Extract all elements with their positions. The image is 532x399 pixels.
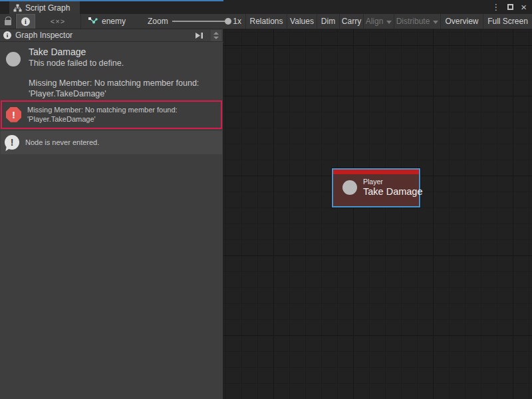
distribute-label: Distribute bbox=[396, 17, 430, 26]
error-message-text: Missing Member: No matching member found… bbox=[27, 105, 215, 124]
node-target-icon bbox=[342, 180, 357, 195]
relations-label: Relations bbox=[249, 17, 283, 26]
error-message-box: ! Missing Member: No matching member fou… bbox=[1, 100, 222, 129]
graph-name-label: enemy bbox=[102, 17, 126, 26]
title-bar: Script Graph ⋮ × bbox=[0, 0, 532, 14]
tab-script-graph[interactable]: Script Graph bbox=[9, 1, 80, 14]
scroll-up-icon[interactable] bbox=[213, 32, 219, 35]
node-error-header-strip bbox=[333, 170, 419, 174]
inspector-info-icon: i bbox=[3, 31, 11, 39]
zoom-value: 1x bbox=[233, 17, 241, 26]
edit-source-button[interactable]: <×> bbox=[35, 14, 81, 29]
node-type-label: Player bbox=[363, 178, 422, 186]
window-menu-icon[interactable]: ⋮ bbox=[491, 3, 500, 11]
info-icon: i bbox=[21, 17, 30, 26]
values-label: Values bbox=[290, 17, 314, 26]
graph-breadcrumb[interactable]: enemy bbox=[81, 14, 148, 29]
align-label: Align bbox=[366, 17, 384, 26]
full-screen-label: Full Screen bbox=[487, 17, 528, 26]
distribute-caret-icon bbox=[433, 21, 438, 24]
node-body: Player Take Damage bbox=[333, 174, 419, 201]
zoom-slider-handle[interactable] bbox=[225, 18, 231, 25]
graph-icon bbox=[88, 17, 98, 26]
node-title-label: Take Damage bbox=[363, 186, 422, 197]
zoom-label: Zoom bbox=[148, 17, 168, 26]
inspector-toggle-button[interactable]: i bbox=[16, 14, 35, 29]
graph-inspector-header: i Graph Inspector bbox=[0, 29, 223, 42]
warning-icon: ! bbox=[5, 135, 19, 150]
align-button[interactable]: Align bbox=[364, 14, 394, 29]
graph-inspector-panel: Take Damage This node failed to define. … bbox=[0, 43, 223, 399]
lock-icon bbox=[5, 20, 11, 25]
relations-button[interactable]: Relations bbox=[246, 14, 287, 29]
graph-toolbar: i <×> enemy Zoom 1x Relations Values Dim… bbox=[0, 14, 532, 29]
warning-message-box: ! Node is never entered. bbox=[1, 131, 222, 154]
take-damage-node[interactable]: Player Take Damage bbox=[332, 168, 420, 207]
dock-inspector-icon[interactable] bbox=[195, 32, 204, 39]
lock-button[interactable] bbox=[0, 14, 16, 29]
tab-label: Script Graph bbox=[25, 3, 70, 13]
graph-canvas[interactable]: Player Take Damage bbox=[223, 29, 532, 399]
code-icon: <×> bbox=[51, 17, 65, 25]
overview-button[interactable]: Overview bbox=[441, 14, 483, 29]
inspected-node-error-detail: Missing Member: No matching member found… bbox=[29, 78, 221, 100]
zoom-slider[interactable] bbox=[172, 21, 229, 22]
inspected-node-title: Take Damage bbox=[29, 47, 216, 57]
close-icon[interactable]: × bbox=[521, 2, 527, 12]
error-icon: ! bbox=[6, 107, 21, 122]
warning-message-text: Node is never entered. bbox=[25, 138, 217, 147]
maximize-icon[interactable] bbox=[507, 4, 513, 10]
distribute-button[interactable]: Distribute bbox=[394, 14, 441, 29]
script-graph-icon bbox=[13, 4, 22, 12]
inspected-node-subtitle: This node failed to define. bbox=[29, 59, 216, 68]
window-controls: ⋮ × bbox=[491, 0, 527, 14]
node-preview-icon bbox=[6, 52, 21, 66]
scroll-down-icon[interactable] bbox=[213, 37, 219, 39]
panel-scroll-spinner[interactable] bbox=[211, 30, 221, 41]
align-caret-icon bbox=[386, 21, 392, 24]
dim-button[interactable]: Dim bbox=[317, 14, 340, 29]
carry-label: Carry bbox=[342, 17, 361, 26]
node-info-section: Take Damage This node failed to define. … bbox=[0, 43, 223, 98]
values-button[interactable]: Values bbox=[287, 14, 317, 29]
carry-button[interactable]: Carry bbox=[340, 14, 364, 29]
dim-label: Dim bbox=[321, 17, 335, 26]
inspector-title: Graph Inspector bbox=[15, 31, 191, 40]
full-screen-button[interactable]: Full Screen bbox=[483, 14, 532, 29]
overview-label: Overview bbox=[445, 17, 478, 26]
zoom-control: Zoom 1x bbox=[148, 14, 246, 29]
